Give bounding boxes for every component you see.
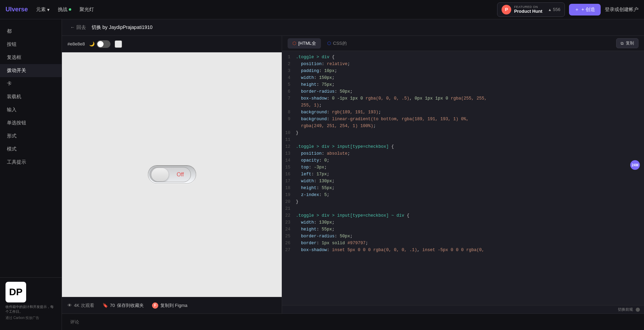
breadcrumb-bar: ← 回去 切换 by JaydipPrajapati1910: [62, 19, 644, 36]
code-line: 255, 1);: [282, 102, 644, 109]
code-line: 11: [282, 136, 644, 143]
sidebar-item-toggle[interactable]: 拨动开关: [0, 64, 62, 77]
code-line: 26 border: 1px solid #979797;: [282, 240, 644, 247]
nav-elements-item[interactable]: 元素 ▾: [36, 7, 50, 13]
sidebar-item-mode[interactable]: 模式: [0, 143, 62, 156]
toggle-off-label: Off: [170, 172, 191, 178]
code-line: 5 height: 75px;: [282, 81, 644, 88]
topnav-right: P FEATURED ON Product Hunt ▲ 556 ＋ + 创造 …: [497, 2, 638, 17]
sidebar-item-radio[interactable]: 单选按钮: [0, 116, 62, 130]
code-line: 14 opacity: 0;: [282, 157, 644, 164]
code-content[interactable]: 1 .toggle > div { 2 position: relative; …: [282, 51, 644, 305]
color-value: #e8e8e8: [67, 41, 85, 47]
tab-css[interactable]: ⬡ CSS的: [322, 38, 352, 49]
notification-badge[interactable]: 24M: [630, 160, 640, 170]
logo[interactable]: UIverse: [6, 6, 28, 13]
nav-spotlight-item[interactable]: 聚光灯: [79, 7, 94, 13]
code-line: 2 position: relative;: [282, 61, 644, 68]
code-line: 27 box-shadow: inset 5px 0 0 0 rgba(0, 0…: [282, 247, 644, 254]
dark-mode-toggle[interactable]: 🌙: [89, 40, 110, 48]
comment-bar: 评论: [62, 313, 644, 330]
scroll-indicator: 切换前规: [618, 307, 633, 312]
code-line: 21: [282, 205, 644, 212]
create-button[interactable]: ＋ + 创造: [569, 4, 601, 16]
code-line: 8 background: rgb(189, 191, 193);: [282, 109, 644, 116]
login-button[interactable]: 登录或创建帐户: [605, 7, 638, 13]
code-line: 12 .toggle > div > input[type=checkbox] …: [282, 143, 644, 150]
sidebar-item-input[interactable]: 输入: [0, 103, 62, 116]
sidebar-item-form[interactable]: 形式: [0, 130, 62, 143]
eye-icon: 👁: [67, 303, 72, 308]
product-hunt-icon: P: [502, 5, 511, 14]
content-area: ← 回去 切换 by JaydipPrajapati1910 #e8e8e8 🌙: [62, 19, 644, 330]
code-line: 6 border-radius: 50px;: [282, 88, 644, 95]
main-layout: 都 按钮 复选框 拨动开关 卡 装载机 输入 单选按钮 形式 模式 工具提示 D…: [0, 19, 644, 330]
sidebar-item-button[interactable]: 按钮: [0, 38, 62, 51]
moon-icon: 🌙: [89, 41, 95, 47]
code-line: 18 height: 55px;: [282, 185, 644, 192]
bookmark-icon: 🔖: [103, 303, 108, 308]
comment-label: 评论: [70, 319, 79, 325]
preview-canvas: On Off: [62, 52, 282, 297]
split-pane: #e8e8e8 🌙 On Off: [62, 36, 644, 313]
dp-logo: DP: [6, 282, 26, 302]
product-hunt-text: FEATURED ON Product Hunt: [514, 5, 542, 14]
plus-icon: ＋: [575, 7, 579, 13]
code-line: 20 }: [282, 198, 644, 205]
color-swatch[interactable]: [115, 40, 122, 48]
css-icon: ⬡: [327, 41, 331, 46]
tab-html[interactable]: ⬡ [HTML全: [288, 38, 321, 49]
code-panel: ⬡ [HTML全 ⬡ CSS的 ⧉ 复制 1: [282, 36, 644, 313]
code-line: 17 width: 130px;: [282, 178, 644, 185]
sidebar-item-all[interactable]: 都: [0, 25, 62, 38]
product-hunt-featured-label: FEATURED ON: [514, 5, 542, 9]
code-line: 24 height: 55px;: [282, 226, 644, 233]
sidebar-item-loader[interactable]: 装载机: [0, 90, 62, 103]
code-line: 15 top: -3px;: [282, 164, 644, 171]
code-line: 13 position: absolute;: [282, 150, 644, 157]
figma-button[interactable]: F 复制到 Figma: [152, 302, 187, 309]
nav-elements: 元素 ▾ 挑战 聚光灯: [36, 7, 94, 13]
dark-toggle-track[interactable]: [97, 40, 110, 48]
dp-tagline: 收件箱中的设计和开发提示，每个工作日。: [6, 305, 56, 314]
code-line: 16 left: 17px;: [282, 171, 644, 178]
figma-icon: F: [152, 302, 158, 309]
code-line: 23 width: 130px;: [282, 219, 644, 226]
code-line: 19 z-index: 5;: [282, 192, 644, 198]
code-line: 10 }: [282, 130, 644, 136]
scroll-dot[interactable]: [636, 308, 640, 312]
preview-toolbar: #e8e8e8 🌙: [62, 36, 282, 52]
sidebar-item-checkbox[interactable]: 复选框: [0, 51, 62, 64]
code-line: 3 padding: 10px;: [282, 68, 644, 74]
code-line: 1 .toggle > div {: [282, 54, 644, 61]
breadcrumb-title: 切换 by JaydipPrajapati1910: [92, 24, 152, 31]
copy-icon: ⧉: [621, 41, 624, 46]
code-line: 22 .toggle > div > input[type=checkbox] …: [282, 212, 644, 219]
sidebar-item-card[interactable]: 卡: [0, 77, 62, 90]
back-button[interactable]: ← 回去: [70, 24, 86, 31]
product-hunt-badge[interactable]: P FEATURED ON Product Hunt ▲ 556: [497, 2, 565, 17]
code-line: rgba(249, 251, 254, 1) 100%);: [282, 123, 644, 130]
nav-challenge-item[interactable]: 挑战: [58, 7, 71, 13]
back-arrow-icon: ← 回去: [70, 24, 86, 31]
chevron-down-icon: ▾: [47, 7, 50, 12]
code-line: 4 width: 150px;: [282, 74, 644, 81]
view-count: 👁 4K 次观看: [67, 302, 94, 309]
toggle-inner: On Off: [150, 167, 191, 182]
code-tabs: ⬡ [HTML全 ⬡ CSS的 ⧉ 复制: [282, 36, 644, 51]
code-line: 25 border-radius: 50px;: [282, 233, 644, 240]
copy-button[interactable]: ⧉ 复制: [616, 38, 638, 48]
dp-carbon: 通过 Carbon 投放广告: [6, 316, 56, 320]
product-hunt-name: Product Hunt: [514, 9, 542, 14]
save-button[interactable]: 🔖 70 保存到收藏夹: [103, 302, 144, 309]
sidebar-item-tooltip[interactable]: 工具提示: [0, 156, 62, 169]
code-line: 9 background: linear-gradient(to bottom,…: [282, 116, 644, 123]
top-navigation: UIverse 元素 ▾ 挑战 聚光灯 P FEATURED ON Produc…: [0, 0, 644, 19]
html-icon: ⬡: [292, 41, 296, 46]
toggle-component[interactable]: On Off: [148, 166, 196, 184]
sidebar-logo-area: DP 收件箱中的设计和开发提示，每个工作日。 通过 Carbon 投放广告: [0, 277, 62, 324]
sidebar: 都 按钮 复选框 拨动开关 卡 装载机 输入 单选按钮 形式 模式 工具提示 D…: [0, 19, 62, 330]
code-line: 7 box-shadow: 0 -1px 1px 0 rgba(0, 0, 0,…: [282, 95, 644, 102]
logo-prefix: UI: [6, 6, 12, 13]
challenge-dot-icon: [69, 8, 71, 11]
